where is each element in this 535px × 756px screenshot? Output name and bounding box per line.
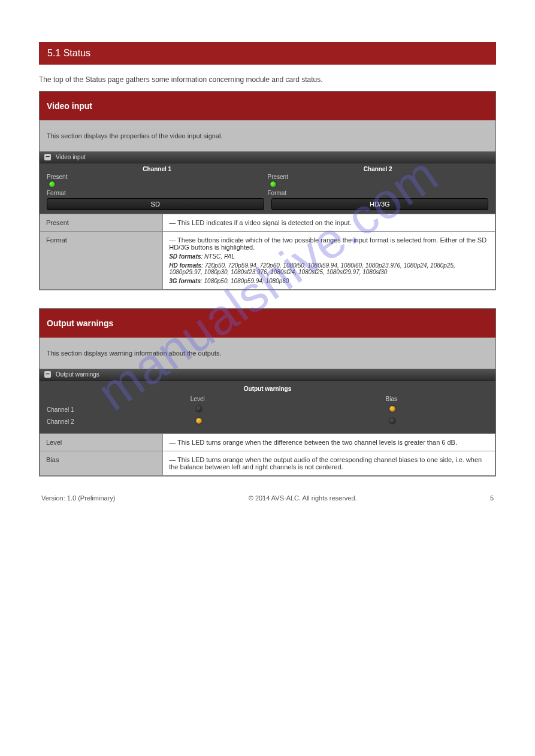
present-led-ch1 <box>49 181 55 187</box>
output-panel-header: Output warnings <box>40 309 495 338</box>
level-led-ch2 <box>196 418 202 424</box>
level-header: Level <box>101 396 295 402</box>
video-ui-block: – Video input Channel 1 Channel 2 Presen… <box>40 151 495 214</box>
video-panel-header: Video input <box>40 92 495 120</box>
collapse-icon[interactable]: – <box>44 154 51 160</box>
output-spec-table: Level — This LED turns orange when the d… <box>40 433 495 476</box>
level-key: Level <box>40 434 163 451</box>
channel1-header: Channel 1 <box>47 166 268 172</box>
page-footer: Version: 1.0 (Preliminary) © 2014 AVS-AL… <box>39 494 496 502</box>
bias-val: — This LED turns orange when the output … <box>163 451 495 476</box>
present-val: — This LED indicates if a video signal i… <box>163 214 495 232</box>
collapse-icon[interactable]: – <box>44 371 51 378</box>
present-key: Present <box>40 214 163 232</box>
format-label-2: Format <box>268 190 489 196</box>
format-val: — These buttons indicate which of the tw… <box>163 232 495 290</box>
intro-text: The top of the Status page gathers some … <box>39 75 496 84</box>
level-led-ch1 <box>196 406 202 412</box>
video-ui-header[interactable]: – Video input <box>40 151 495 163</box>
format-label-1: Format <box>47 190 268 196</box>
present-label-2: Present <box>268 174 489 180</box>
video-spec-table: Present — This LED indicates if a video … <box>40 214 495 290</box>
format-hd-button[interactable]: HD/3G <box>271 198 489 210</box>
footer-center: © 2014 AVS-ALC. All rights reserved. <box>249 494 357 502</box>
output-ch1-label: Channel 1 <box>47 406 101 413</box>
bias-led-ch2 <box>389 418 395 424</box>
table-row: Level — This LED turns orange when the d… <box>40 434 495 451</box>
output-ch2-label: Channel 2 <box>47 418 101 425</box>
output-row-ch1: Channel 1 <box>47 403 488 415</box>
output-ui-label: Output warnings <box>56 371 99 378</box>
output-row-ch2: Channel 2 <box>47 415 488 427</box>
page-title: 5.1 Status <box>39 42 496 65</box>
output-warnings-panel: Output warnings This section displays wa… <box>39 308 496 476</box>
footer-right: 5 <box>490 494 494 502</box>
level-val: — This LED turns orange when the differe… <box>163 434 495 451</box>
bias-key: Bias <box>40 451 163 476</box>
table-row: Bias — This LED turns orange when the ou… <box>40 451 495 476</box>
output-center-title: Output warnings <box>47 384 488 394</box>
video-input-panel: Video input This section displays the pr… <box>39 91 496 290</box>
channel2-header: Channel 2 <box>268 166 489 172</box>
output-ui-block: – Output warnings Output warnings Level … <box>40 369 495 433</box>
bias-led-ch1 <box>389 406 395 412</box>
video-panel-desc: This section displays the properties of … <box>40 120 495 151</box>
present-label-1: Present <box>47 174 268 180</box>
output-ui-header[interactable]: – Output warnings <box>40 369 495 381</box>
video-ui-label: Video input <box>56 154 86 160</box>
bias-header: Bias <box>295 396 489 402</box>
table-row: Format — These buttons indicate which of… <box>40 232 495 290</box>
format-sd-button[interactable]: SD <box>47 198 264 210</box>
present-led-ch2 <box>270 181 276 187</box>
footer-left: Version: 1.0 (Preliminary) <box>41 494 116 502</box>
format-key: Format <box>40 232 163 290</box>
table-row: Present — This LED indicates if a video … <box>40 214 495 232</box>
output-panel-desc: This section displays warning informatio… <box>40 338 495 369</box>
